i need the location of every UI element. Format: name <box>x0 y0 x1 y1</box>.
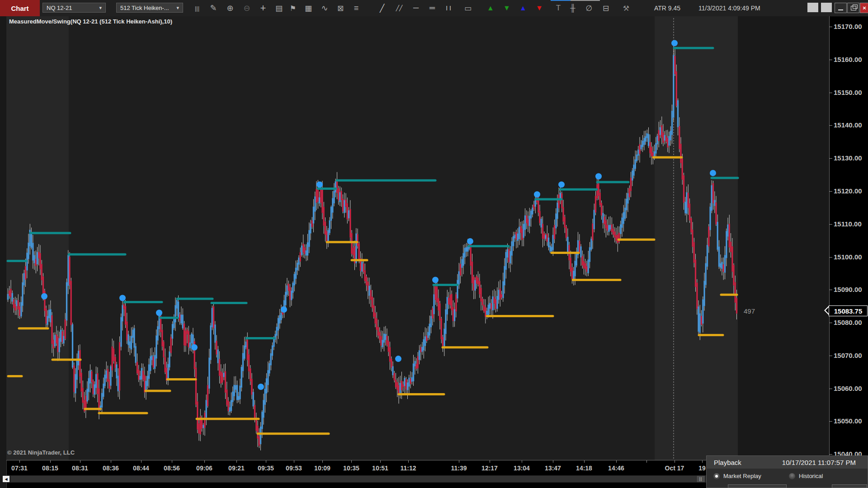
session-band <box>6 16 69 460</box>
price-label: 15050.00 <box>834 417 862 425</box>
bar-count-label: 497 <box>744 307 755 315</box>
playback-header[interactable]: Playback 10/17/2021 11:07:57 PM <box>707 456 868 469</box>
copyright-label: © 2021 NinjaTrader, LLC <box>7 449 75 456</box>
price-label: 15070.00 <box>834 352 862 359</box>
swing-dot[interactable] <box>534 191 540 197</box>
swing-dot[interactable] <box>595 173 602 179</box>
text-tool-icon[interactable]: T <box>551 0 566 16</box>
playback-button-partial-1[interactable] <box>728 484 787 488</box>
price-tick <box>829 356 832 356</box>
trash-icon[interactable]: ⊟ <box>598 0 613 16</box>
time-tick <box>459 460 459 463</box>
price-tick <box>829 158 832 159</box>
time-label: 11:12 <box>400 465 416 472</box>
price-tick <box>829 257 832 258</box>
arrow-down-green-icon[interactable]: ▼ <box>499 0 514 16</box>
scrollbar-grip[interactable]: || <box>697 476 705 482</box>
indicators-list-icon[interactable]: ≡ <box>349 0 364 16</box>
polyline-icon[interactable]: ∿ <box>317 0 332 16</box>
radio-historical[interactable]: Historical <box>789 473 823 479</box>
flag-icon[interactable]: ⚑ <box>285 0 301 16</box>
price-axis[interactable] <box>829 16 830 460</box>
chart-canvas[interactable] <box>0 16 868 460</box>
pencil-icon[interactable]: ✎ <box>206 0 221 16</box>
session-band <box>655 16 738 460</box>
price-label: 15090.00 <box>834 286 862 293</box>
time-tick <box>111 460 111 463</box>
chart-style-icon[interactable]: ||| <box>189 0 205 16</box>
swing-dot[interactable] <box>119 295 126 301</box>
time-label: 11:39 <box>451 465 467 472</box>
time-label: 12:17 <box>481 465 498 472</box>
tab-chart[interactable]: Chart <box>0 0 40 16</box>
window-button-placeholder-2[interactable] <box>821 3 832 12</box>
instrument-dropdown[interactable]: NQ 12-21 ▾ <box>42 3 106 13</box>
price-label: 15160.00 <box>834 56 862 63</box>
swing-dot[interactable] <box>156 310 162 316</box>
swing-dot[interactable] <box>467 238 473 244</box>
arrow-down-red-icon[interactable]: ▼ <box>532 0 547 16</box>
right-margin-band <box>738 16 829 460</box>
zoom-in-icon[interactable]: ⊕ <box>222 0 238 16</box>
close-button[interactable]: × <box>860 3 868 13</box>
swing-dot[interactable] <box>281 306 287 313</box>
double-line-icon[interactable]: ═ <box>425 0 440 16</box>
hide-drawings-icon[interactable]: ∅ <box>581 0 597 16</box>
price-tick <box>829 60 832 60</box>
swing-dot[interactable] <box>710 170 716 176</box>
time-tick <box>236 460 237 463</box>
time-label: 19 <box>698 465 706 472</box>
atr-readout: ATR 9.45 <box>654 0 680 16</box>
restore-button[interactable] <box>847 3 859 13</box>
price-label: 15170.00 <box>834 23 862 30</box>
data-inspector-icon[interactable]: ▤ <box>271 0 287 16</box>
playback-title: Playback <box>714 459 741 466</box>
crosshair-icon[interactable]: + <box>255 0 271 16</box>
time-tick <box>408 460 409 463</box>
text-cursor-icon[interactable]: I I <box>441 0 456 16</box>
swing-dot[interactable] <box>395 356 401 362</box>
swing-dot[interactable] <box>41 293 47 300</box>
radio-market-replay[interactable]: Market Replay <box>713 473 761 479</box>
window-button-placeholder-1[interactable] <box>807 3 818 12</box>
bar-spacing-icon[interactable]: ╫ <box>565 0 580 16</box>
ruler-icon[interactable]: ▭ <box>460 0 476 16</box>
period-dropdown[interactable]: 512 Tick Heiken-... ▾ <box>116 3 183 13</box>
last-price-marker: 15083.75 <box>829 305 868 316</box>
price-label: 15110.00 <box>834 220 862 228</box>
swing-dot[interactable] <box>316 181 323 188</box>
swing-dot[interactable] <box>432 277 439 283</box>
tools-icon[interactable]: ⚒ <box>618 0 634 16</box>
arrow-up-green-icon[interactable]: ▲ <box>483 0 498 16</box>
swing-dot[interactable] <box>558 181 565 188</box>
time-label: 08:15 <box>42 465 58 472</box>
scrollbar-thumb[interactable] <box>11 476 696 482</box>
time-tick <box>266 460 266 463</box>
price-label: 15140.00 <box>834 121 862 129</box>
price-tick <box>829 125 832 126</box>
line-tool-icon[interactable]: ╱ <box>374 0 390 16</box>
minimize-icon <box>838 9 843 10</box>
scroll-left-arrow[interactable]: ◀ <box>3 476 9 482</box>
time-tick <box>490 460 490 463</box>
time-label: 14:18 <box>576 465 592 472</box>
minimize-button[interactable] <box>835 3 847 13</box>
parallel-lines-icon[interactable]: ╱╱ <box>392 0 407 16</box>
price-tick <box>829 27 832 27</box>
price-tick <box>829 191 832 192</box>
time-label: 10:35 <box>343 465 359 472</box>
swing-dot[interactable] <box>258 384 264 390</box>
price-label: 15120.00 <box>834 187 862 195</box>
period-dropdown-value: 512 Tick Heiken-... <box>120 5 169 11</box>
time-tick <box>702 460 703 463</box>
playback-button-partial-2[interactable] <box>832 484 867 488</box>
arrow-up-blue-icon[interactable]: ▲ <box>515 0 531 16</box>
chevron-down-icon: ▾ <box>99 5 102 11</box>
swing-dot[interactable] <box>671 40 678 46</box>
swing-dot[interactable] <box>191 344 198 351</box>
data-box-icon[interactable]: ▦ <box>301 0 316 16</box>
horizontal-line-icon[interactable]: ─ <box>408 0 424 16</box>
time-label: 08:31 <box>72 465 88 472</box>
zoom-out-icon[interactable]: ⊖ <box>239 0 255 16</box>
chart-settings-icon[interactable]: ⊠ <box>333 0 348 16</box>
